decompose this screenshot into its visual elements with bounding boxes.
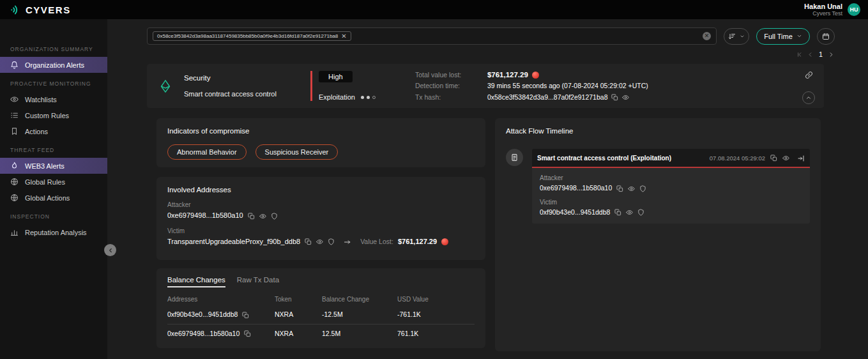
expand-icon bbox=[797, 155, 805, 162]
time-range-label: Full Time bbox=[764, 33, 793, 40]
sidebar-section-threat-feed: THREAT FEED bbox=[0, 147, 107, 153]
alert-titles: Security Smart contract access control bbox=[184, 74, 277, 98]
shield-scan-icon[interactable] bbox=[637, 208, 644, 217]
severity-badge: High bbox=[319, 71, 353, 82]
explorer-eye-icon[interactable] bbox=[259, 211, 266, 220]
copy-icon[interactable] bbox=[616, 184, 623, 192]
indicators-of-compromise-card: Indicators of compromise Abnormal Behavi… bbox=[156, 118, 485, 167]
toolbar: 0x58ce3f53842d3a98aa31187459835bb85b0a0f… bbox=[147, 27, 835, 45]
alert-detail-columns: Indicators of compromise Abnormal Behavi… bbox=[156, 118, 821, 351]
tx-hash-row: Tx hash: 0x58ce3f53842d3a9...87a0f2e9127… bbox=[415, 93, 648, 101]
flame-icon bbox=[10, 162, 19, 170]
col-addresses: Addresses bbox=[167, 293, 275, 305]
first-page-button[interactable] bbox=[796, 49, 803, 59]
copy-icon[interactable] bbox=[614, 208, 621, 217]
next-page-button[interactable] bbox=[828, 49, 835, 59]
sidebar-collapse-button[interactable] bbox=[104, 244, 116, 256]
detection-time-row: Detection time: 39 mins 55 seconds ago (… bbox=[415, 82, 648, 89]
sidebar-item-actions[interactable]: Actions bbox=[0, 123, 107, 139]
explorer-eye-icon[interactable] bbox=[316, 238, 323, 246]
tab-balance-changes[interactable]: Balance Changes bbox=[167, 276, 225, 287]
loss-alert-icon bbox=[441, 238, 448, 245]
timeline-event-card: Smart contract access control (Exploitat… bbox=[532, 149, 810, 224]
logo: CYVERS bbox=[9, 4, 71, 16]
victim-label: Victim bbox=[540, 199, 802, 206]
sidebar-item-global-actions[interactable]: Global Actions bbox=[0, 190, 107, 206]
sidebar-item-reputation-analysis[interactable]: Reputation Analysis bbox=[0, 224, 107, 240]
involved-addresses-card: Involved Addresses Attacker 0xe6979498..… bbox=[156, 177, 485, 260]
tab-raw-tx-data[interactable]: Raw Tx Data bbox=[237, 276, 279, 287]
value-lost-value: $761,127.29 bbox=[398, 238, 437, 245]
attack-flow-timeline-title: Attack Flow Timeline bbox=[506, 127, 810, 135]
search-clear-button[interactable]: ✕ bbox=[703, 32, 711, 40]
previous-page-button[interactable] bbox=[807, 49, 814, 59]
user-organization: Cyvers Test bbox=[804, 10, 842, 17]
alert-severity-block: High Exploitation bbox=[310, 71, 376, 101]
time-range-button[interactable]: Full Time bbox=[756, 28, 810, 45]
shield-scan-icon[interactable] bbox=[328, 238, 335, 246]
page-number: 1 bbox=[818, 50, 824, 58]
alert-category-block: Security Smart contract access control bbox=[158, 64, 310, 108]
phase-progress-dots bbox=[361, 96, 376, 99]
attacker-label: Attacker bbox=[167, 201, 475, 208]
balance-tabs: Balance Changes Raw Tx Data bbox=[167, 276, 475, 287]
right-column: Attack Flow Timeline Smart contract acce… bbox=[495, 118, 821, 351]
row-balance-change: -12.5M bbox=[322, 305, 397, 324]
attacker-label: Attacker bbox=[540, 174, 802, 181]
row-usd-value: 761.1K bbox=[397, 324, 475, 342]
sort-icon bbox=[728, 33, 736, 40]
search-filter-chip: 0x58ce3f53842d3a98aa31187459835bb85b0a0f… bbox=[153, 31, 351, 41]
sidebar-item-custom-rules[interactable]: Custom Rules bbox=[0, 107, 107, 123]
open-event-panel-button[interactable] bbox=[797, 153, 805, 163]
copy-icon[interactable] bbox=[242, 310, 249, 319]
sidebar-section-inspection: INSPECTION bbox=[0, 213, 107, 220]
chevron-right-icon bbox=[828, 51, 835, 58]
col-usd-value: USD Value bbox=[397, 293, 475, 305]
shield-scan-icon[interactable] bbox=[639, 184, 646, 192]
bookmark-icon bbox=[10, 127, 19, 135]
balance-changes-card: Balance Changes Raw Tx Data Addresses To… bbox=[156, 268, 485, 348]
victim-label: Victim bbox=[167, 227, 475, 234]
copy-icon[interactable] bbox=[611, 93, 618, 101]
collapse-alert-button[interactable] bbox=[802, 91, 815, 104]
copy-icon[interactable] bbox=[244, 330, 251, 338]
sidebar-item-watchlists[interactable]: Watchlists bbox=[0, 91, 107, 107]
sidebar-item-label: Custom Rules bbox=[25, 112, 69, 119]
indicator-chip: Abnormal Behavior bbox=[167, 144, 247, 160]
search-input[interactable]: 0x58ce3f53842d3a98aa31187459835bb85b0a0f… bbox=[147, 27, 717, 45]
sort-button[interactable] bbox=[724, 28, 749, 45]
sidebar-item-global-rules[interactable]: Global Rules bbox=[0, 174, 107, 190]
explorer-eye-icon[interactable] bbox=[628, 184, 635, 192]
timeline-event-header[interactable]: Smart contract access control (Exploitat… bbox=[532, 149, 810, 168]
explorer-eye-icon[interactable] bbox=[782, 152, 789, 164]
phase-label: Exploitation bbox=[319, 93, 355, 101]
row-token: NXRA bbox=[275, 324, 322, 342]
user-name: Hakan Unal bbox=[804, 3, 842, 10]
explorer-eye-icon[interactable] bbox=[626, 208, 633, 217]
eye-icon bbox=[10, 95, 19, 103]
user-block[interactable]: Hakan Unal Cyvers Test HU bbox=[804, 3, 860, 17]
sidebar-item-organization-alerts[interactable]: Organization Alerts bbox=[0, 57, 107, 73]
date-picker-button[interactable] bbox=[817, 28, 835, 45]
victim-address-row: TransparentUpgradeableProxy_f90b_ddb8 Va… bbox=[167, 238, 475, 246]
table-row: 0xf90b43e0...9451ddb8 NXRA -12.5M -761.1… bbox=[167, 305, 475, 324]
sidebar: ORGANIZATION SUMMARY Organization Alerts… bbox=[0, 19, 107, 359]
copy-icon[interactable] bbox=[770, 152, 777, 164]
sidebar-section-proactive-monitoring: PROACTIVE MONITORING bbox=[0, 80, 107, 87]
indicators-title: Indicators of compromise bbox=[167, 127, 475, 135]
cyvers-logo-icon bbox=[9, 4, 21, 16]
top-bar: CYVERS Hakan Unal Cyvers Test HU bbox=[0, 0, 868, 19]
alert-actions bbox=[802, 64, 815, 108]
left-column: Indicators of compromise Abnormal Behavi… bbox=[156, 118, 485, 348]
row-token: NXRA bbox=[275, 305, 322, 324]
copy-icon[interactable] bbox=[248, 211, 255, 220]
chip-remove-icon[interactable]: ✕ bbox=[341, 34, 346, 39]
sidebar-item-web3-alerts[interactable]: WEB3 Alerts bbox=[0, 158, 107, 174]
copy-icon[interactable] bbox=[305, 238, 312, 246]
explorer-eye-icon[interactable] bbox=[622, 93, 629, 101]
shield-scan-icon[interactable] bbox=[271, 211, 278, 220]
app-screen: CYVERS Hakan Unal Cyvers Test HU ORGANIZ… bbox=[0, 0, 868, 359]
event-title: Smart contract access control (Exploitat… bbox=[537, 155, 704, 162]
share-link-button[interactable] bbox=[805, 70, 813, 79]
avatar[interactable]: HU bbox=[848, 3, 860, 16]
